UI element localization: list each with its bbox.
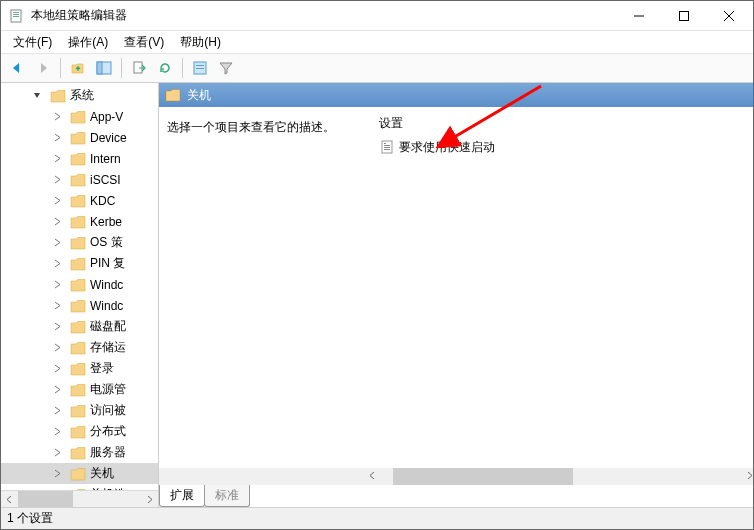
settings-column-header[interactable]: 设置 [377,115,753,137]
tree-item[interactable]: PIN 复 [1,253,158,274]
maximize-button[interactable] [661,1,706,30]
detail-horizontal-scrollbar[interactable] [159,468,753,485]
tree-item[interactable]: Device [1,127,158,148]
folder-icon [70,404,86,418]
scrollbar-thumb[interactable] [18,491,73,508]
app-icon [9,8,25,24]
chevron-right-icon[interactable] [52,279,63,290]
forward-button[interactable] [31,56,55,80]
tree-item[interactable]: KDC [1,190,158,211]
folder-icon [70,110,86,124]
settings-column: 设置 要求使用快速启动 [377,115,753,468]
svg-rect-9 [97,62,102,74]
chevron-right-icon[interactable] [52,405,63,416]
tree-root-label: 系统 [70,87,94,104]
chevron-right-icon[interactable] [52,342,63,353]
menubar: 文件(F) 操作(A) 查看(V) 帮助(H) [1,31,753,53]
tree-item[interactable]: 访问被 [1,400,158,421]
chevron-down-icon[interactable] [32,90,43,101]
menu-action[interactable]: 操作(A) [60,32,116,53]
minimize-button[interactable] [616,1,661,30]
tree-horizontal-scrollbar[interactable] [1,490,158,507]
tab-extended[interactable]: 扩展 [159,485,205,507]
menu-file[interactable]: 文件(F) [5,32,60,53]
tree-pane: 系统 App-VDeviceInterniSCSIKDCKerbeOS 策PIN… [1,83,159,507]
up-button[interactable] [66,56,90,80]
detail-pane: 关机 选择一个项目来查看它的描述。 设置 要求使用快速启动 [159,83,753,507]
tree-item[interactable]: 分布式 [1,421,158,442]
close-button[interactable] [706,1,751,30]
tree-item-root[interactable]: 系统 [1,85,158,106]
description-text: 选择一个项目来查看它的描述。 [167,120,335,134]
chevron-right-icon[interactable] [52,447,63,458]
chevron-right-icon[interactable] [52,468,63,479]
tree-item[interactable]: 服务器 [1,442,158,463]
svg-rect-13 [196,68,204,69]
tree-item-label: Windc [90,299,123,313]
folder-icon [70,341,86,355]
folder-icon [70,131,86,145]
tree-item[interactable]: OS 策 [1,232,158,253]
chevron-right-icon[interactable] [52,426,63,437]
chevron-right-icon[interactable] [52,132,63,143]
tree-item[interactable]: Intern [1,148,158,169]
svg-rect-1 [13,12,19,13]
svg-rect-17 [384,147,390,148]
chevron-right-icon[interactable] [52,384,63,395]
menu-help[interactable]: 帮助(H) [172,32,229,53]
chevron-right-icon[interactable] [52,363,63,374]
tree-item[interactable]: 登录 [1,358,158,379]
filter-button[interactable] [214,56,238,80]
menu-view[interactable]: 查看(V) [116,32,172,53]
tree-item[interactable]: 关机 [1,463,158,484]
tree-item-label: PIN 复 [90,255,125,272]
folder-icon [70,215,86,229]
tree-item-label: Kerbe [90,215,122,229]
back-button[interactable] [5,56,29,80]
scroll-right-icon[interactable] [746,468,753,485]
tree-item[interactable]: iSCSI [1,169,158,190]
scroll-left-icon[interactable] [369,468,376,485]
tree-item-label: 访问被 [90,402,126,419]
folder-icon [70,278,86,292]
chevron-right-icon[interactable] [52,216,63,227]
chevron-right-icon[interactable] [52,321,63,332]
tree-item-label: 登录 [90,360,114,377]
tree-item[interactable]: Windc [1,295,158,316]
export-button[interactable] [127,56,151,80]
tree-item[interactable]: 磁盘配 [1,316,158,337]
tree-item[interactable]: 存储运 [1,337,158,358]
tree-item[interactable]: App-V [1,106,158,127]
properties-button[interactable] [188,56,212,80]
window-title: 本地组策略编辑器 [31,7,616,24]
svg-rect-12 [196,65,204,66]
tree-item-label: Device [90,131,127,145]
chevron-right-icon[interactable] [52,195,63,206]
refresh-button[interactable] [153,56,177,80]
tree-item[interactable]: 电源管 [1,379,158,400]
tree-item-label: 分布式 [90,423,126,440]
tree-item-label: App-V [90,110,123,124]
setting-item-label: 要求使用快速启动 [399,139,495,156]
tab-standard[interactable]: 标准 [204,485,250,507]
chevron-right-icon[interactable] [52,237,63,248]
chevron-right-icon[interactable] [52,153,63,164]
scrollbar-thumb[interactable] [393,468,573,485]
svg-rect-15 [384,143,386,144]
tree-item-label: Intern [90,152,121,166]
tree-body[interactable]: 系统 App-VDeviceInterniSCSIKDCKerbeOS 策PIN… [1,83,158,490]
tree-item[interactable]: Kerbe [1,211,158,232]
setting-item[interactable]: 要求使用快速启动 [377,137,753,157]
folder-icon [70,320,86,334]
show-tree-button[interactable] [92,56,116,80]
chevron-right-icon[interactable] [52,174,63,185]
tree-item-label: 磁盘配 [90,318,126,335]
chevron-right-icon[interactable] [52,258,63,269]
tree-item[interactable]: Windc [1,274,158,295]
scroll-right-icon[interactable] [141,491,158,508]
folder-icon [165,88,181,102]
statusbar: 1 个设置 [1,507,753,529]
chevron-right-icon[interactable] [52,300,63,311]
scroll-left-icon[interactable] [1,491,18,508]
chevron-right-icon[interactable] [52,111,63,122]
